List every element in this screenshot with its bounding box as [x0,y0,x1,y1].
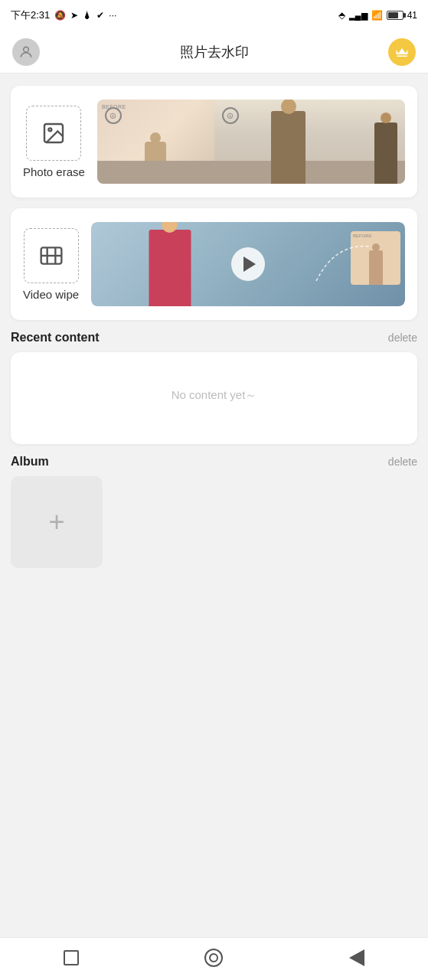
svg-point-2 [49,128,52,131]
main-content: Photo erase [0,74,428,937]
recent-title: Recent content [11,331,100,345]
bluetooth-icon: ⬘ [338,10,345,21]
album-section: Album delete + [11,455,417,568]
mute-icon: 🔕 [54,10,66,21]
video-wipe-preview [91,222,405,306]
video-wipe-card[interactable]: Video wipe [11,208,417,320]
recent-header: Recent content delete [11,331,417,345]
play-button[interactable] [231,247,265,281]
dotted-path-svg [312,239,374,285]
signal-icon: ▂▄▆ [349,11,368,21]
dots-icon: ··· [109,10,116,21]
photo-erase-preview [97,100,405,184]
plus-icon: + [48,508,64,536]
status-time: 下午2:31 [11,8,50,22]
recent-delete-button[interactable]: delete [388,332,417,344]
status-right: ⬘ ▂▄▆ 📶 41 [338,10,417,21]
video-subject-figure [149,230,191,306]
album-header: Album delete [11,455,417,469]
weather-icon: 🌢 [83,10,92,21]
play-triangle-icon [243,256,256,272]
recent-content-box: No content yet～ [11,352,417,444]
nav-recent-button[interactable] [343,944,371,972]
avatar-button[interactable] [12,38,40,66]
recent-section: Recent content delete No content yet～ [11,331,417,444]
square-icon [64,950,79,965]
photo-erase-label: Photo erase [23,165,85,178]
add-album-button[interactable]: + [11,476,103,568]
circle-icon [204,949,223,967]
app-header: 照片去水印 [0,31,428,74]
crown-button[interactable] [388,38,416,66]
no-content-text: No content yet～ [23,364,405,426]
photo-erase-icon-box [26,106,81,161]
svg-point-0 [24,47,29,52]
battery-percent: 41 [407,10,417,21]
nav-home-button[interactable] [57,944,85,972]
album-delete-button[interactable]: delete [388,456,417,468]
video-wipe-icon-box [24,228,79,283]
photo-before [97,100,214,184]
album-title: Album [11,455,49,469]
photo-after [214,100,405,184]
battery-icon [387,11,403,20]
video-wipe-label: Video wipe [23,288,79,301]
status-bar: 下午2:31 🔕 ➤ 🌢 ✔ ··· ⬘ ▂▄▆ 📶 41 [0,0,428,31]
check-icon: ✔ [96,10,104,21]
status-left: 下午2:31 🔕 ➤ 🌢 ✔ ··· [11,8,116,22]
triangle-icon [349,949,364,966]
photo-erase-card[interactable]: Photo erase [11,86,417,198]
wifi-icon: 📶 [371,10,383,21]
bottom-nav [0,937,428,980]
nav-back-button[interactable] [200,944,227,972]
page-title: 照片去水印 [40,43,388,61]
location-icon: ➤ [70,10,78,21]
